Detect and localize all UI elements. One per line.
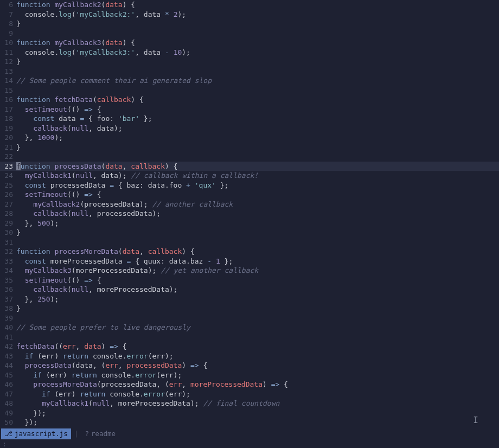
line-content[interactable]: function processMoreData(data, callback)… — [16, 247, 499, 257]
line-content[interactable] — [16, 313, 499, 323]
code-line[interactable]: 17 setTimeout(() => { — [0, 105, 499, 114]
code-line[interactable]: 50 }); — [0, 418, 499, 427]
code-line[interactable]: 48 myCallback1(null, moreProcessedData);… — [0, 399, 499, 408]
line-content[interactable]: // Some people prefer to live dangerousl… — [16, 323, 499, 332]
code-line[interactable]: 26 setTimeout(() => { — [0, 190, 499, 200]
line-content[interactable]: }, 250); — [16, 295, 499, 304]
line-content[interactable]: processData(data, (err, processedData) =… — [16, 361, 499, 370]
line-content[interactable]: myCallback1(null, moreProcessedData); //… — [16, 399, 499, 408]
line-content[interactable]: setTimeout(() => { — [16, 105, 499, 114]
tab-readme[interactable]: ? readme — [81, 428, 119, 439]
code-line[interactable]: 38} — [0, 304, 499, 313]
code-line[interactable]: 36 callback(null, moreProcessedData); — [0, 285, 499, 295]
code-line[interactable]: 28 callback(null, processedData); — [0, 209, 499, 219]
code-line[interactable]: 7 console.log('myCallback2:', data * 2); — [0, 10, 499, 20]
code-line[interactable]: 10function myCallback3(data) { — [0, 38, 499, 48]
code-line[interactable]: 32function processMoreData(data, callbac… — [0, 247, 499, 257]
line-content[interactable] — [16, 152, 499, 162]
code-line[interactable]: 19 callback(null, data); — [0, 124, 499, 133]
line-number: 22 — [0, 152, 16, 162]
line-content[interactable]: myCallback1(null, data); // callback wit… — [16, 171, 499, 181]
line-content[interactable]: } — [16, 19, 499, 29]
line-content[interactable]: } — [16, 228, 499, 238]
line-content[interactable]: }); — [16, 418, 499, 427]
line-number: 19 — [0, 124, 16, 133]
code-line[interactable]: 14// Some people comment their ai genera… — [0, 76, 499, 86]
code-line[interactable]: 25 const processedData = { baz: data.foo… — [0, 181, 499, 190]
line-content[interactable]: const data = { foo: 'bar' }; — [16, 114, 499, 124]
line-content[interactable]: myCallback2(processedData); // another c… — [16, 200, 499, 209]
tab-javascript[interactable]: ⎇ javascript.js — [1, 428, 71, 439]
line-content[interactable]: } — [16, 143, 499, 152]
line-content[interactable]: if (err) return console.error(err); — [16, 351, 499, 361]
code-line[interactable]: 49 }); — [0, 408, 499, 418]
line-content[interactable]: callback(null, moreProcessedData); — [16, 285, 499, 295]
line-content[interactable]: function myCallback3(data) { — [16, 38, 499, 48]
code-line[interactable]: 15 — [0, 86, 499, 95]
line-content[interactable] — [16, 332, 499, 342]
code-line[interactable]: 12} — [0, 57, 499, 67]
code-line[interactable]: 24 myCallback1(null, data); // callback … — [0, 171, 499, 181]
line-content[interactable]: processMoreData(processedData, (err, mor… — [16, 380, 499, 389]
code-line[interactable]: 18 const data = { foo: 'bar' }; — [0, 114, 499, 124]
code-line[interactable]: 20 }, 1000); — [0, 133, 499, 143]
line-content[interactable]: fetchData((err, data) => { — [16, 342, 499, 351]
line-number: 40 — [0, 323, 16, 332]
line-content[interactable]: } — [16, 304, 499, 313]
code-line[interactable]: 43 if (err) return console.error(err); — [0, 351, 499, 361]
code-line[interactable]: 27 myCallback2(processedData); // anothe… — [0, 200, 499, 209]
code-line[interactable]: 22 — [0, 152, 499, 162]
line-content[interactable] — [16, 86, 499, 95]
line-content[interactable]: function fetchData(callback) { — [16, 95, 499, 105]
code-line[interactable]: 21} — [0, 143, 499, 152]
line-content[interactable]: }); — [16, 408, 499, 418]
line-content[interactable]: console.log('myCallback2:', data * 2); — [16, 10, 499, 20]
line-content[interactable]: const moreProcessedData = { quux: data.b… — [16, 257, 499, 266]
code-line[interactable]: 30} — [0, 228, 499, 238]
code-line[interactable]: 40// Some people prefer to live dangerou… — [0, 323, 499, 332]
code-line[interactable]: 16function fetchData(callback) { — [0, 95, 499, 105]
line-content[interactable]: myCallback3(moreProcessedData); // yet a… — [16, 266, 499, 276]
line-content[interactable]: callback(null, data); — [16, 124, 499, 133]
code-line[interactable]: 34 myCallback3(moreProcessedData); // ye… — [0, 266, 499, 276]
code-line[interactable]: 13 — [0, 67, 499, 76]
code-line[interactable]: 33 const moreProcessedData = { quux: dat… — [0, 257, 499, 266]
line-content[interactable] — [16, 67, 499, 76]
line-content[interactable]: callback(null, processedData); — [16, 209, 499, 219]
line-content[interactable]: // Some people comment their ai generate… — [16, 76, 499, 86]
command-line[interactable]: : — [0, 439, 499, 448]
line-content[interactable]: function processData(data, callback) { — [16, 162, 499, 171]
code-line[interactable]: 44 processData(data, (err, processedData… — [0, 361, 499, 370]
editor-viewport: 6function myCallback2(data) {7 console.l… — [0, 0, 499, 448]
code-line[interactable]: 29 }, 500); — [0, 219, 499, 228]
line-content[interactable]: } — [16, 57, 499, 67]
code-line[interactable]: 6function myCallback2(data) { — [0, 0, 499, 10]
code-line[interactable]: 37 }, 250); — [0, 295, 499, 304]
code-line[interactable]: 11 console.log('myCallback3:', data - 10… — [0, 48, 499, 57]
line-content[interactable]: if (err) return console.error(err); — [16, 389, 499, 399]
line-content[interactable]: function myCallback2(data) { — [16, 0, 499, 10]
line-content[interactable] — [16, 238, 499, 247]
code-line[interactable]: 39 — [0, 313, 499, 323]
line-number: 33 — [0, 257, 16, 266]
code-line[interactable]: 8} — [0, 19, 499, 29]
code-line[interactable]: 9 — [0, 29, 499, 39]
code-line[interactable]: 41 — [0, 332, 499, 342]
code-line[interactable]: 23function processData(data, callback) { — [0, 162, 499, 171]
line-content[interactable]: setTimeout(() => { — [16, 276, 499, 285]
code-area[interactable]: 6function myCallback2(data) {7 console.l… — [0, 0, 499, 428]
code-line[interactable]: 46 processMoreData(processedData, (err, … — [0, 380, 499, 389]
line-content[interactable]: console.log('myCallback3:', data - 10); — [16, 48, 499, 57]
line-content[interactable]: }, 500); — [16, 219, 499, 228]
line-content[interactable]: const processedData = { baz: data.foo + … — [16, 181, 499, 190]
line-content[interactable]: setTimeout(() => { — [16, 190, 499, 200]
line-content[interactable] — [16, 29, 499, 39]
code-line[interactable]: 31 — [0, 238, 499, 247]
code-line[interactable]: 45 if (err) return console.error(err); — [0, 370, 499, 380]
code-line[interactable]: 47 if (err) return console.error(err); — [0, 389, 499, 399]
tab-label: javascript.js — [15, 429, 68, 439]
line-content[interactable]: }, 1000); — [16, 133, 499, 143]
code-line[interactable]: 42fetchData((err, data) => { — [0, 342, 499, 351]
code-line[interactable]: 35 setTimeout(() => { — [0, 276, 499, 285]
line-content[interactable]: if (err) return console.error(err); — [16, 370, 499, 380]
